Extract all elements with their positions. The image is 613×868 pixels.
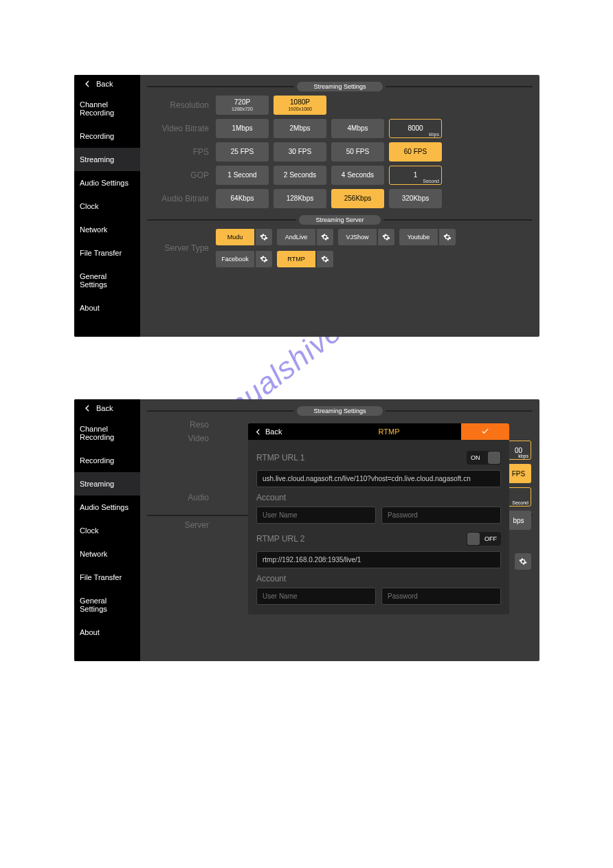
sidebar-item-file-transfer[interactable]: File Transfer (74, 566, 140, 589)
password-2-input[interactable] (381, 588, 501, 605)
sidebar-item-about[interactable]: About (74, 621, 140, 644)
server-andlive: AndLive (277, 229, 333, 245)
sidebar-item-file-transfer[interactable]: File Transfer (74, 241, 140, 265)
sidebar-item-about[interactable]: About (74, 296, 140, 320)
server-label-button[interactable]: VJShow (338, 229, 377, 245)
row-label: Server (147, 520, 216, 530)
sidebar-item-streaming[interactable]: Streaming (74, 472, 140, 496)
rtmp-url-2-input[interactable] (256, 551, 501, 568)
main-panel: Streaming Settings Resolution720P1280x72… (140, 75, 539, 337)
server-gear-button[interactable] (256, 251, 272, 267)
server-label-button[interactable]: Facebook (216, 251, 254, 267)
gear-icon (443, 233, 452, 241)
option-audioBitrate[interactable]: 256Kbps (331, 189, 384, 208)
sidebar-item-general-settings[interactable]: General Settings (74, 265, 140, 296)
option-resolution[interactable]: 1080P1920x1080 (274, 96, 326, 115)
server-gear-button[interactable] (378, 229, 394, 245)
option-videoBitrate[interactable]: 1Mbps (216, 119, 269, 138)
modal-confirm-button[interactable] (461, 423, 509, 440)
option-video-bitrate-custom[interactable]: 00kbps (506, 441, 531, 460)
sidebar-item-clock[interactable]: Clock (74, 519, 140, 542)
sidebar-item-recording[interactable]: Recording (74, 449, 140, 472)
option-fps[interactable]: 50 FPS (331, 142, 384, 162)
username-2-input[interactable] (256, 588, 376, 605)
back-button[interactable]: Back (74, 75, 140, 93)
row-label: Resolution (147, 100, 216, 110)
gear-icon (382, 233, 390, 241)
account-2-label: Account (256, 574, 501, 583)
server-label-button[interactable]: Youtube (399, 229, 438, 245)
option-videoBitrate[interactable]: 4Mbps (331, 119, 384, 138)
server-label-button[interactable]: AndLive (277, 229, 315, 245)
sidebar-item-general-settings[interactable]: General Settings (74, 589, 140, 621)
back-label: Back (96, 404, 113, 412)
option-audio-bitrate[interactable]: bps (506, 511, 531, 530)
server-facebook: Facebook (216, 251, 272, 267)
password-1-input[interactable] (381, 507, 501, 524)
gear-icon (321, 233, 329, 241)
rtmp-url-1-label: RTMP URL 1 (256, 453, 304, 463)
row-label: Video Bitrate (147, 124, 216, 133)
sidebar-item-channel-recording[interactable]: Channel Recording (74, 417, 140, 449)
option-gop[interactable]: 4 Seconds (331, 166, 384, 185)
row-resolution: Resolution720P1280x7201080P1920x1080 (147, 96, 533, 115)
option-videoBitrate[interactable]: 8000kbps (389, 119, 442, 138)
sidebar-item-channel-recording[interactable]: Channel Recording (74, 93, 140, 124)
option-audioBitrate[interactable]: 64Kbps (216, 189, 269, 208)
option-resolution[interactable]: 720P1280x720 (216, 96, 269, 115)
section-title: Streaming Server (299, 215, 380, 225)
server-label-button[interactable]: Mudu (216, 229, 254, 245)
server-gear-button[interactable] (317, 251, 333, 267)
server-gear-button[interactable] (256, 229, 272, 245)
option-audioBitrate[interactable]: 128Kbps (274, 189, 326, 208)
sidebar: Back Channel RecordingRecordingStreaming… (74, 399, 140, 661)
modal-back-button[interactable]: Back (248, 427, 317, 436)
row-server-type: Server Type MuduAndLiveVJShowYoutubeFace… (147, 229, 533, 267)
option-audioBitrate[interactable]: 320Kbps (389, 189, 442, 208)
server-gear-button[interactable] (439, 229, 456, 245)
row-label: Audio Bitrate (147, 194, 216, 203)
option-fps[interactable]: 25 FPS (216, 142, 269, 162)
option-fps-selected[interactable]: FPS (506, 464, 531, 483)
sidebar-item-recording[interactable]: Recording (74, 124, 140, 148)
option-videoBitrate[interactable]: 2Mbps (274, 119, 326, 138)
server-gear-button[interactable] (515, 553, 531, 570)
sidebar-item-clock[interactable]: Clock (74, 194, 140, 218)
option-gop[interactable]: 1Second (389, 166, 442, 185)
server-vjshow: VJShow (338, 229, 394, 245)
modal-back-label: Back (265, 427, 282, 436)
sidebar-item-network[interactable]: Network (74, 218, 140, 241)
sidebar-item-audio-settings[interactable]: Audio Settings (74, 496, 140, 519)
back-button[interactable]: Back (74, 399, 140, 417)
server-gear-button[interactable] (317, 229, 333, 245)
row-fps: FPS25 FPS30 FPS50 FPS60 FPS (147, 142, 533, 162)
section-header-settings: Streaming Settings (147, 406, 533, 416)
option-fps[interactable]: 30 FPS (274, 142, 326, 162)
option-fps[interactable]: 60 FPS (389, 142, 442, 162)
option-gop[interactable]: 1 Second (216, 166, 269, 185)
gear-icon (260, 233, 268, 241)
section-header-server: Streaming Server (147, 215, 533, 225)
row-label: FPS (147, 147, 216, 157)
account-1-label: Account (256, 493, 501, 502)
back-label: Back (96, 80, 113, 88)
option-gop-custom[interactable]: Second (506, 487, 531, 507)
chevron-left-icon (84, 80, 91, 87)
option-gop[interactable]: 2 Seconds (274, 166, 326, 185)
sidebar-item-network[interactable]: Network (74, 542, 140, 566)
sidebar-item-streaming[interactable]: Streaming (74, 148, 140, 171)
check-icon (480, 427, 490, 436)
rtmp-url-1-input[interactable] (256, 470, 501, 487)
sidebar-item-audio-settings[interactable]: Audio Settings (74, 171, 140, 194)
rtmp-url-1-toggle[interactable]: ON (467, 451, 501, 465)
sidebar: Back Channel RecordingRecordingStreaming… (74, 75, 140, 337)
server-label-button[interactable]: RTMP (277, 251, 315, 267)
row-label: GOP (147, 170, 216, 180)
row-label: Audio (147, 493, 216, 502)
username-1-input[interactable] (256, 507, 376, 524)
rtmp-url-2-label: RTMP URL 2 (256, 534, 304, 544)
rtmp-url-2-toggle[interactable]: OFF (467, 532, 501, 546)
row-gop: GOP1 Second2 Seconds4 Seconds1Second (147, 166, 533, 185)
gear-icon (321, 255, 329, 263)
section-header-settings: Streaming Settings (147, 82, 533, 91)
